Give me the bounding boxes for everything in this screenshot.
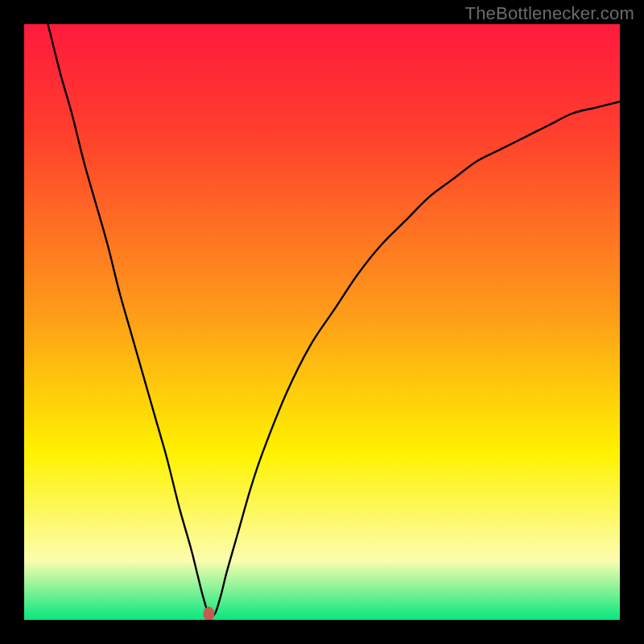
gradient-background xyxy=(24,24,620,620)
chart-frame: TheBottlenecker.com xyxy=(0,0,644,644)
watermark-text: TheBottlenecker.com xyxy=(465,3,634,24)
plot-area xyxy=(24,24,620,620)
bottleneck-chart xyxy=(24,24,620,620)
